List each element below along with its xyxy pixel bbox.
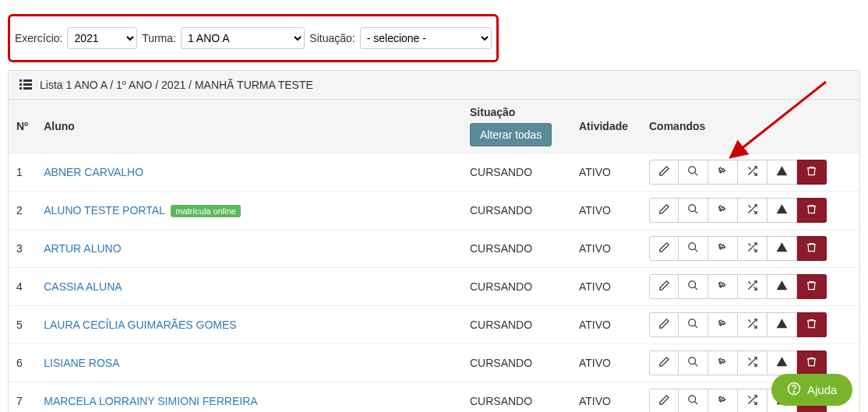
situacao-header-text: Situação <box>470 106 515 118</box>
shuffle-button[interactable] <box>738 312 767 337</box>
view-button[interactable] <box>679 350 708 375</box>
svg-point-13 <box>689 281 696 288</box>
situacao-select[interactable]: - selecione - <box>360 27 492 49</box>
warning-button[interactable] <box>767 198 797 223</box>
trash-icon <box>806 318 817 332</box>
row-atividade: ATIVO <box>571 344 641 382</box>
list-icon <box>19 79 32 90</box>
row-atividade: ATIVO <box>571 230 641 268</box>
shuffle-button[interactable] <box>738 198 767 223</box>
turma-select[interactable]: 1 ANO A <box>181 27 305 49</box>
row-situacao: CURSANDO <box>462 382 571 413</box>
warning-button[interactable] <box>767 350 797 375</box>
shuffle-button[interactable] <box>738 389 767 412</box>
edit-button[interactable] <box>649 236 679 261</box>
aluno-link[interactable]: ABNER CARVALHO <box>44 166 143 178</box>
trash-icon <box>806 165 817 179</box>
delete-button[interactable] <box>797 198 827 223</box>
row-commands <box>649 236 827 261</box>
shuffle-button[interactable] <box>738 350 767 375</box>
handshake-button[interactable] <box>708 160 738 185</box>
table-row: 4CASSIA ALUNACURSANDOATIVO <box>9 268 859 306</box>
search-icon <box>687 241 699 255</box>
svg-point-19 <box>689 396 696 403</box>
delete-button[interactable] <box>797 350 827 375</box>
delete-button[interactable] <box>797 312 827 337</box>
shuffle-button[interactable] <box>738 236 767 261</box>
edit-button[interactable] <box>649 274 679 299</box>
pencil-icon <box>658 241 670 255</box>
svg-point-24 <box>793 392 794 393</box>
svg-line-20 <box>694 401 697 404</box>
row-commands <box>649 160 827 185</box>
view-button[interactable] <box>679 389 708 412</box>
row-number: 2 <box>9 192 36 230</box>
row-number: 5 <box>9 306 36 344</box>
shuffle-icon <box>746 356 758 370</box>
delete-button[interactable] <box>797 160 827 185</box>
row-number: 6 <box>9 344 36 382</box>
col-header-num: Nº <box>9 100 36 153</box>
warning-button[interactable] <box>767 236 797 261</box>
col-header-atividade: Atividade <box>571 100 641 153</box>
help-widget[interactable]: Ajuda <box>771 374 852 406</box>
shuffle-button[interactable] <box>738 274 767 299</box>
svg-point-11 <box>689 243 696 250</box>
pencil-icon <box>658 318 670 332</box>
row-commands <box>649 274 827 299</box>
search-icon <box>687 165 699 179</box>
edit-button[interactable] <box>649 160 679 185</box>
alterar-todas-button[interactable]: Alterar todas <box>470 123 552 146</box>
col-header-comandos: Comandos <box>641 100 859 153</box>
shuffle-button[interactable] <box>738 160 767 185</box>
view-button[interactable] <box>679 236 708 261</box>
pencil-icon <box>658 280 670 294</box>
handshake-button[interactable] <box>708 198 738 223</box>
filter-bar: Exercício: 2021 Turma: 1 ANO A Situação:… <box>8 14 499 62</box>
handshake-button[interactable] <box>708 236 738 261</box>
search-icon <box>687 280 699 294</box>
handshake-button[interactable] <box>708 312 738 337</box>
view-button[interactable] <box>679 312 708 337</box>
delete-button[interactable] <box>797 236 827 261</box>
edit-button[interactable] <box>649 350 679 375</box>
edit-button[interactable] <box>649 389 679 412</box>
handshake-button[interactable] <box>708 389 738 412</box>
handshake-button[interactable] <box>708 274 738 299</box>
exercicio-select[interactable]: 2021 <box>67 27 137 49</box>
trash-icon <box>806 203 817 217</box>
view-button[interactable] <box>679 274 708 299</box>
svg-point-15 <box>689 319 696 326</box>
warning-button[interactable] <box>767 274 797 299</box>
table-row: 3ARTUR ALUNOCURSANDOATIVO <box>9 230 859 268</box>
aluno-link[interactable]: LISIANE ROSA <box>44 357 119 369</box>
col-header-aluno: Aluno <box>36 100 462 153</box>
shuffle-icon <box>746 241 758 255</box>
delete-button[interactable] <box>797 274 827 299</box>
svg-rect-4 <box>23 83 32 86</box>
edit-button[interactable] <box>649 312 679 337</box>
aluno-link[interactable]: ALUNO TESTE PORTAL <box>44 204 164 217</box>
search-icon <box>687 318 699 332</box>
aluno-link[interactable]: LAURA CECÍLIA GUIMARÃES GOMES <box>44 319 236 331</box>
trash-icon <box>806 241 817 255</box>
warning-button[interactable] <box>767 312 797 337</box>
list-panel: Lista 1 ANO A / 1º ANO / 2021 / MANHÃ TU… <box>8 70 860 412</box>
search-icon <box>687 203 699 217</box>
matricula-online-badge: matrícula online <box>171 205 241 217</box>
trash-icon <box>806 280 817 294</box>
aluno-link[interactable]: ARTUR ALUNO <box>44 242 121 255</box>
view-button[interactable] <box>679 198 708 223</box>
row-atividade: ATIVO <box>571 268 641 306</box>
aluno-link[interactable]: MARCELA LORRAINY SIMIONI FERREIRA <box>44 395 257 407</box>
handshake-button[interactable] <box>708 350 738 375</box>
col-header-situacao: Situação Alterar todas <box>462 100 571 153</box>
view-button[interactable] <box>679 160 708 185</box>
edit-button[interactable] <box>649 198 679 223</box>
pencil-icon <box>658 203 670 217</box>
handshake-icon <box>717 241 729 255</box>
aluno-link[interactable]: CASSIA ALUNA <box>44 280 122 293</box>
warning-icon <box>776 203 788 217</box>
svg-point-17 <box>689 357 696 364</box>
warning-button[interactable] <box>767 160 797 185</box>
